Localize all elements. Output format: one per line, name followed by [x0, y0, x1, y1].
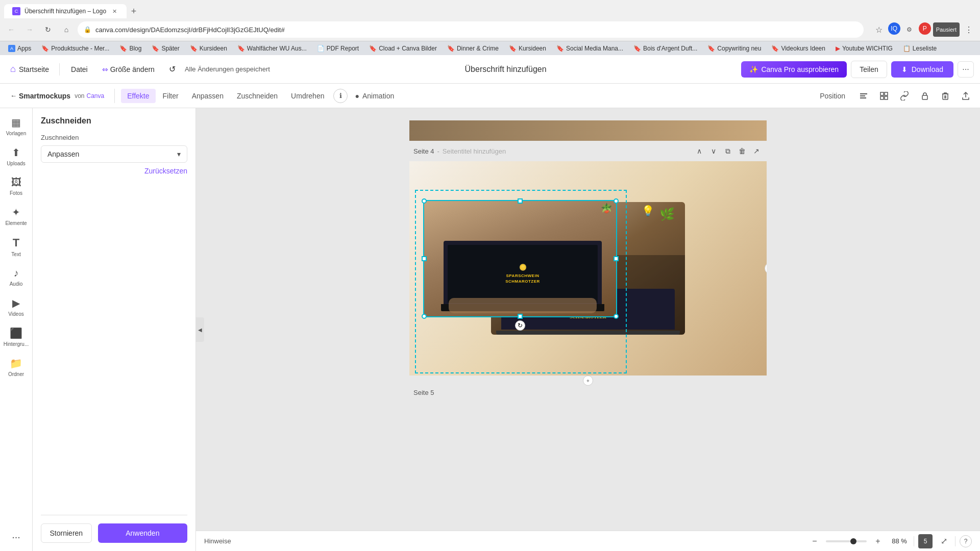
page4-label: Seite 4	[413, 147, 434, 155]
page-duplicate-button[interactable]: ⧉	[722, 145, 734, 157]
by-label: von	[75, 92, 84, 99]
zoom-in-button[interactable]: +	[871, 534, 885, 548]
trash-icon-button[interactable]	[937, 88, 953, 104]
grid-icon-button[interactable]	[876, 88, 892, 104]
profile-icon[interactable]: P	[919, 22, 931, 35]
sidebar-item-uploads[interactable]: ⬆ Uploads	[2, 142, 31, 170]
lock-icon-button[interactable]	[917, 88, 933, 104]
url-bar[interactable]: 🔒 canva.com/design/DAEdomzscjI/drBFjHdCo…	[78, 21, 864, 38]
new-tab-button[interactable]: +	[127, 4, 141, 18]
collapse-panel-button[interactable]: ◀	[196, 317, 204, 342]
sidebar-item-audio[interactable]: ♪ Audio	[2, 263, 31, 291]
download-button[interactable]: ⬇ Download	[891, 61, 953, 78]
sidebar-item-vorlagen[interactable]: ▦ Vorlagen	[2, 112, 31, 140]
fullscreen-button[interactable]: ⤢	[937, 534, 951, 548]
tab-effekte[interactable]: Effekte	[121, 89, 155, 103]
page4-title[interactable]: Seitentitel hinzufügen	[443, 147, 506, 155]
crop-section-label: Zuschneiden	[41, 116, 91, 125]
bookmark-pdf[interactable]: 📄 PDF Report	[313, 44, 363, 53]
bookmark-canva-bilder[interactable]: 🔖 Cload + Canva Bilder	[365, 44, 441, 53]
zoom-out-button[interactable]: −	[807, 534, 822, 548]
canvas-scroll[interactable]: Seite 4 - Seitentitel hinzufügen ∧ ∨ ⧉ 🗑…	[196, 108, 980, 531]
cancel-button[interactable]: Stornieren	[41, 523, 92, 543]
bookmark-apps[interactable]: A Apps	[4, 44, 35, 53]
sidebar-item-text[interactable]: T Text	[2, 232, 31, 261]
resize-button[interactable]: ⇔ Größe ändern	[97, 62, 160, 77]
bookmark-leseliste[interactable]: 📋 Leseliste	[899, 44, 941, 53]
ext-star-icon[interactable]: ☆	[872, 22, 886, 37]
bookmark-kursideen[interactable]: 🔖 Kursideen	[186, 44, 231, 53]
page-delete-button[interactable]: 🗑	[736, 145, 748, 157]
sidebar-item-fotos[interactable]: 🖼 Fotos	[2, 172, 31, 200]
sidebar-item-videos[interactable]: ▶ Videos	[2, 293, 31, 321]
bookmark-youtube[interactable]: ▶ Youtube WICHTIG	[831, 44, 897, 53]
canva-pro-label: Canva Pro ausprobieren	[761, 65, 839, 73]
sidebar-item-elemente[interactable]: ✦ Elemente	[2, 202, 31, 230]
home-button[interactable]: ⌂	[59, 22, 74, 37]
svg-rect-3	[880, 92, 884, 95]
more-options-button[interactable]: ···	[958, 61, 974, 78]
sidebar-more-button[interactable]: ···	[8, 527, 24, 547]
canva-link[interactable]: Canva	[87, 92, 105, 99]
bookmark-icon4: 🔖	[190, 45, 198, 52]
apply-button[interactable]: Anwenden	[98, 523, 187, 543]
page-down-button[interactable]: ∨	[707, 145, 720, 157]
bookmark-social[interactable]: 🔖 Social Media Mana...	[552, 44, 627, 53]
tab-zuschneiden[interactable]: Zuschneiden	[231, 89, 284, 103]
page4-canvas[interactable]: 🪙 SPARSCHWEINSCHMAROTZER 🌿	[409, 161, 767, 375]
page-share-button[interactable]: ↗	[750, 145, 763, 157]
position-button[interactable]: Position	[814, 89, 851, 103]
add-page-button[interactable]: +	[583, 375, 593, 386]
bookmark-produktsuche[interactable]: 🔖 Produktsuche - Mer...	[37, 44, 113, 53]
home-button-canva[interactable]: ⌂ Startseite	[6, 62, 53, 77]
back-button[interactable]: ←	[4, 22, 18, 37]
svg-rect-5	[880, 96, 884, 99]
align-icon-button[interactable]	[855, 88, 872, 104]
crop-select-dropdown[interactable]: Anpassen ▾	[41, 145, 187, 163]
share-button[interactable]: Teilen	[851, 61, 887, 78]
text-label: Text	[11, 252, 20, 257]
active-tab[interactable]: C Überschrift hinzufügen – Logo ✕	[4, 4, 127, 18]
zoom-slider[interactable]	[826, 540, 867, 542]
laptop-body: 🪙 SPARSCHWEINSCHMAROTZER	[444, 241, 602, 307]
bookmark-spater[interactable]: 🔖 Später	[148, 44, 183, 53]
bookmark-dinner[interactable]: 🔖 Dinner & Crime	[443, 44, 503, 53]
refresh-button[interactable]: ↻	[41, 22, 55, 37]
pause-button[interactable]: Pausiert	[933, 22, 960, 37]
panel-back-button[interactable]: ← Smartmockups von Canva	[6, 90, 108, 102]
info-button[interactable]: ℹ	[333, 89, 348, 103]
laptop-display: 🪙 SPARSCHWEINSCHMAROTZER	[448, 245, 598, 303]
bookmark-kursideen2[interactable]: 🔖 Kursideen	[505, 44, 550, 53]
bookmark-icon5: 🔖	[237, 45, 245, 52]
help-button[interactable]: ?	[960, 535, 972, 547]
bookmark-copywriting[interactable]: 🔖 Copywriting neu	[703, 44, 765, 53]
download-icon: ⬇	[901, 65, 908, 73]
bookmark-wahlfacher[interactable]: 🔖 Wahlfächer WU Aus...	[233, 44, 311, 53]
tab-close-icon[interactable]: ✕	[110, 7, 118, 15]
browser-menu-icon[interactable]: ⋮	[962, 22, 976, 37]
tab-umdrehen[interactable]: Umdrehen	[285, 89, 330, 103]
bookmark-videokurs[interactable]: 🔖 Videokurs Ideen	[767, 44, 829, 53]
bookmark-icon12: 🔖	[707, 45, 715, 52]
share-icon-button[interactable]	[958, 88, 974, 104]
page-up-button[interactable]: ∧	[693, 145, 705, 157]
reset-button[interactable]: Zurücksetzen	[41, 167, 187, 175]
tab-filter[interactable]: Filter	[157, 89, 185, 103]
sidebar-item-hintergrund[interactable]: ⬛ Hintergru...	[2, 323, 31, 351]
selected-mockup-element[interactable]: 🪙 SPARSCHWEINSCHMAROTZER	[423, 200, 617, 317]
file-button[interactable]: Datei	[66, 62, 93, 77]
bookmark-bois[interactable]: 🔖 Bois d'Argent Duft...	[629, 44, 701, 53]
sidebar-item-ordner[interactable]: 📁 Ordner	[2, 353, 31, 381]
ext-iq-icon[interactable]: IQ	[888, 22, 900, 35]
canva-pro-button[interactable]: ✨ Canva Pro ausprobieren	[741, 61, 847, 78]
link-icon-button[interactable]	[896, 88, 913, 104]
topbar-right: ✨ Canva Pro ausprobieren Teilen ⬇ Downlo…	[741, 61, 974, 78]
forward-button[interactable]: →	[22, 22, 37, 37]
page-number-button[interactable]: 5	[918, 534, 933, 548]
ext-settings-icon[interactable]: ⚙	[902, 22, 917, 37]
bookmark-blog[interactable]: 🔖 Blog	[115, 44, 145, 53]
zoom-thumb[interactable]	[850, 538, 856, 544]
tab-animation[interactable]: ● Animation	[349, 89, 400, 103]
tab-anpassen[interactable]: Anpassen	[186, 89, 230, 103]
undo-button[interactable]: ↺	[164, 61, 181, 77]
